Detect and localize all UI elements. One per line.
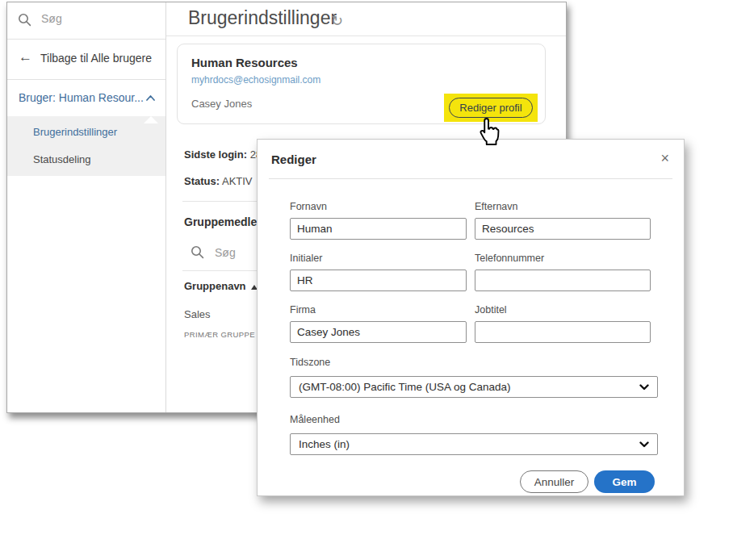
field-efternavn: Efternavn: [475, 201, 651, 240]
table-header-label: Gruppenavn: [184, 280, 246, 292]
cancel-button[interactable]: Annuller: [520, 470, 588, 493]
initialer-label: Initialer: [290, 253, 467, 264]
field-initialer: Initialer: [290, 253, 467, 291]
initialer-input[interactable]: [290, 270, 467, 291]
sidebar-submenu: Brugerindstillinger Statusdeling: [7, 116, 165, 176]
modal-divider: [269, 178, 672, 179]
chevron-down-icon: [639, 384, 649, 391]
fornavn-input[interactable]: [290, 218, 467, 240]
efternavn-input[interactable]: [475, 218, 651, 240]
timezone-select[interactable]: (GMT-08:00) Pacific Time (USA og Canada): [290, 376, 658, 398]
chevron-down-icon: [639, 441, 649, 448]
save-button[interactable]: Gem: [594, 470, 655, 493]
unit-select[interactable]: Inches (in): [290, 433, 658, 455]
telefonnummer-input[interactable]: [475, 270, 651, 291]
groups-section-title: Gruppemedle: [184, 215, 257, 228]
sidebar-search-input[interactable]: [40, 11, 153, 26]
status-row: Status: AKTIV: [184, 175, 253, 187]
primary-group-badge: PRIMÆR GRUPPE: [184, 330, 255, 339]
search-icon: [18, 13, 31, 27]
jobtitel-label: Jobtitel: [475, 304, 651, 316]
unit-label: Måleenhed: [290, 414, 340, 425]
jobtitel-input[interactable]: [475, 321, 651, 343]
field-jobtitel: Jobtitel: [475, 304, 651, 343]
efternavn-label: Efternavn: [475, 201, 651, 212]
firma-input[interactable]: [290, 321, 467, 343]
submenu-notch: [144, 116, 158, 123]
search-icon: [191, 245, 204, 259]
sidebar-item-brugerindstillinger[interactable]: Brugerindstillinger: [33, 126, 117, 138]
table-row[interactable]: Sales: [184, 308, 211, 320]
profile-company: Casey Jones: [191, 98, 252, 110]
close-icon[interactable]: ×: [657, 148, 672, 169]
edit-modal: Rediger × Fornavn Efternavn Initialer Te…: [257, 139, 685, 496]
sidebar-search: [7, 2, 165, 40]
profile-name: Human Resources: [191, 56, 298, 69]
last-login-row: Sidste login: 28: [184, 148, 262, 161]
edit-profile-highlight: Rediger profil: [444, 94, 538, 122]
telefonnummer-label: Telefonnummer: [475, 253, 651, 264]
timezone-value: (GMT-08:00) Pacific Time (USA og Canada): [299, 381, 511, 393]
sidebar: ← Tilbage til Alle brugere Bruger: Human…: [7, 2, 166, 412]
profile-card: Human Resources myhrdocs@echosignmail.co…: [177, 44, 546, 124]
fornavn-label: Fornavn: [290, 201, 467, 212]
sidebar-item-user[interactable]: Bruger: Human Resour...: [7, 80, 165, 116]
status-value: AKTIV: [222, 175, 253, 187]
sidebar-back-button[interactable]: ← Tilbage til Alle brugere: [7, 40, 165, 80]
sidebar-item-statusdeling[interactable]: Statusdeling: [33, 153, 91, 165]
firma-label: Firma: [290, 304, 467, 316]
table-header-gruppenavn[interactable]: Gruppenavn: [184, 280, 258, 292]
profile-email-link[interactable]: myhrdocs@echosignmail.com: [191, 74, 320, 86]
modal-title: Rediger: [271, 153, 316, 166]
last-login-label: Sidste login:: [184, 148, 247, 161]
back-label: Tilbage til Alle brugere: [40, 52, 152, 65]
status-label: Status:: [184, 175, 220, 187]
edit-profile-button[interactable]: Rediger profil: [449, 98, 532, 118]
field-telefonnummer: Telefonnummer: [475, 253, 651, 291]
refresh-icon[interactable]: ↻: [331, 12, 343, 30]
unit-value: Inches (in): [299, 438, 350, 450]
timezone-label: Tidszone: [290, 357, 330, 368]
chevron-up-icon: [146, 95, 155, 101]
page-title: Brugerindstillinger: [188, 7, 337, 29]
back-arrow-icon: ←: [19, 49, 32, 65]
field-fornavn: Fornavn: [290, 201, 467, 240]
field-firma: Firma: [290, 304, 467, 343]
title-divider: [166, 36, 566, 36]
sidebar-user-label: Bruger: Human Resour...: [19, 91, 144, 104]
